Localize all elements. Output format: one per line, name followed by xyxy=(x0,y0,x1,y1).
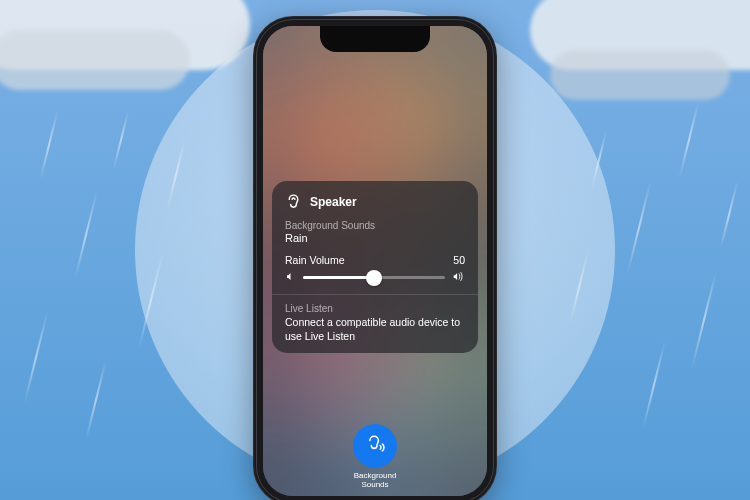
phone-screen: Speaker Background Sounds Rain Rain Volu… xyxy=(263,26,487,496)
volume-slider-fill xyxy=(303,276,374,279)
live-listen-label: Live Listen xyxy=(285,303,465,314)
phone-notch xyxy=(320,26,430,52)
background-sounds-tile[interactable]: BackgroundSounds xyxy=(353,424,397,490)
background-sounds-tile-circle[interactable] xyxy=(353,424,397,468)
volume-slider-row xyxy=(285,271,465,284)
volume-row: Rain Volume 50 xyxy=(285,254,465,266)
hearing-panel: Speaker Background Sounds Rain Rain Volu… xyxy=(272,181,478,353)
cloud-decoration xyxy=(550,50,730,100)
volume-label: Rain Volume xyxy=(285,254,345,266)
cloud-decoration xyxy=(0,30,190,90)
volume-value: 50 xyxy=(453,254,465,266)
volume-high-icon xyxy=(452,271,465,284)
panel-divider xyxy=(272,294,478,295)
panel-header: Speaker xyxy=(285,193,465,210)
background-sounds-value[interactable]: Rain xyxy=(285,232,465,244)
volume-low-icon xyxy=(285,271,296,284)
panel-title: Speaker xyxy=(310,195,357,209)
live-listen-description: Connect a compatible audio device to use… xyxy=(285,315,465,343)
background-sounds-label: Background Sounds xyxy=(285,220,465,231)
volume-slider[interactable] xyxy=(303,276,445,279)
phone-frame: Speaker Background Sounds Rain Rain Volu… xyxy=(253,16,497,500)
background-sounds-tile-label: BackgroundSounds xyxy=(354,472,397,490)
volume-slider-thumb[interactable] xyxy=(366,270,382,286)
ear-icon xyxy=(285,193,302,210)
ear-waves-icon xyxy=(363,432,387,460)
